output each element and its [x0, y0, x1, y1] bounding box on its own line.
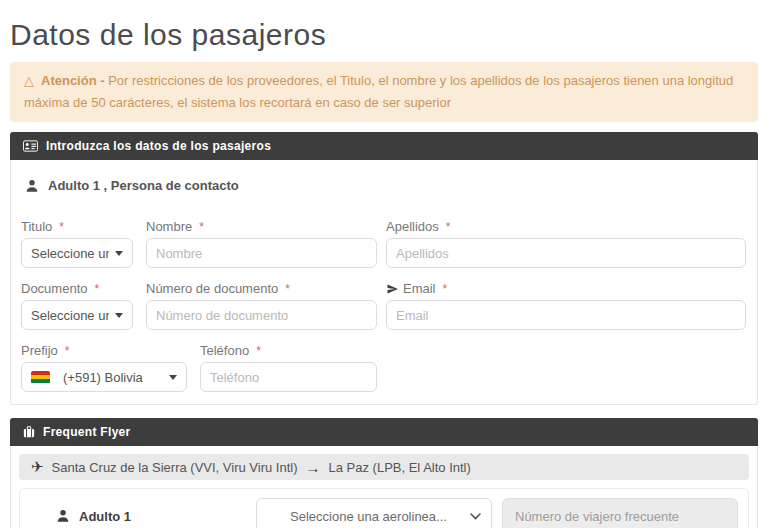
- route-destination: La Paz (LPB, El Alto Intl): [328, 460, 470, 475]
- chevron-down-icon: [470, 513, 481, 520]
- required-mark: *: [65, 344, 70, 358]
- email-input[interactable]: [386, 300, 746, 330]
- frequent-flyer-panel: Frequent Flyer ✈ Santa Cruz de la Sierra…: [10, 418, 758, 528]
- required-mark: *: [446, 220, 451, 234]
- passenger-panel-header: Introduzca los datos de los pasajeros: [10, 132, 758, 160]
- field-numero-documento: Número de documento *: [146, 281, 377, 330]
- person-icon: [25, 179, 39, 193]
- frequent-flyer-title: Frequent Flyer: [43, 425, 131, 439]
- required-mark: *: [59, 220, 64, 234]
- route-origin: Santa Cruz de la Sierra (VVI, Viru Viru …: [52, 460, 298, 475]
- alert-text: Por restricciones de los proveedores, el…: [24, 73, 733, 110]
- numero-documento-input[interactable]: [146, 300, 377, 330]
- attention-alert: △Atención - Por restricciones de los pro…: [10, 62, 758, 122]
- apellidos-label: Apellidos *: [386, 219, 746, 234]
- passenger-data-panel: Introduzca los datos de los pasajeros Ad…: [10, 132, 758, 405]
- ff-passenger-label: Adulto 1: [79, 509, 131, 524]
- required-mark: *: [443, 282, 448, 296]
- prefijo-label: Prefijo *: [21, 343, 187, 358]
- telefono-label: Teléfono *: [200, 343, 377, 358]
- caret-down-icon: [169, 375, 177, 380]
- passenger-data-page: Datos de los pasajeros △Atención - Por r…: [0, 0, 768, 528]
- field-email: Email *: [386, 281, 746, 330]
- paper-plane-icon: [386, 283, 399, 295]
- field-nombre: Nombre *: [146, 219, 377, 268]
- ff-passenger: Adulto 1: [56, 509, 131, 524]
- form-row-1: Titulo * Seleccione uno.. Nombre *: [21, 219, 747, 268]
- frequent-flyer-header: Frequent Flyer: [10, 418, 758, 446]
- required-mark: *: [199, 220, 204, 234]
- alert-title: Atención -: [41, 73, 105, 88]
- email-label: Email *: [386, 281, 746, 296]
- field-telefono: Teléfono *: [200, 343, 377, 392]
- field-titulo: Titulo * Seleccione uno..: [21, 219, 133, 268]
- page-title: Datos de los pasajeros: [10, 0, 758, 62]
- caret-down-icon: [115, 313, 123, 318]
- passenger-subheader: Adulto 1 , Persona de contacto: [25, 178, 747, 193]
- passenger-panel-title: Introduzca los datos de los pasajeros: [46, 139, 271, 153]
- form-row-3: Prefijo * (+591) Bolivia Teléfono *: [21, 343, 747, 392]
- person-icon: [56, 509, 70, 523]
- field-documento: Documento * Seleccione uno: [21, 281, 133, 330]
- passenger-subheader-label: Adulto 1 , Persona de contacto: [48, 178, 239, 193]
- ff-number-input[interactable]: [502, 498, 738, 528]
- nombre-input[interactable]: [146, 238, 377, 268]
- warning-triangle-icon: △: [24, 70, 34, 92]
- documento-label: Documento *: [21, 281, 133, 296]
- route-arrow-icon: →: [305, 459, 320, 476]
- airline-select[interactable]: Seleccione una aerolinea...: [256, 498, 492, 528]
- form-row-2: Documento * Seleccione uno Número de doc…: [21, 281, 747, 330]
- field-prefijo: Prefijo * (+591) Bolivia: [21, 343, 187, 392]
- numero-documento-label: Número de documento *: [146, 281, 377, 296]
- required-mark: *: [94, 282, 99, 296]
- documento-select[interactable]: Seleccione uno: [21, 300, 133, 330]
- bolivia-flag-icon: [31, 371, 50, 384]
- titulo-label: Titulo *: [21, 219, 133, 234]
- passenger-panel-body: Adulto 1 , Persona de contacto Titulo * …: [10, 160, 758, 405]
- caret-down-icon: [115, 251, 123, 256]
- prefijo-select[interactable]: (+591) Bolivia: [21, 362, 187, 392]
- flight-route-bar: ✈ Santa Cruz de la Sierra (VVI, Viru Vir…: [19, 454, 749, 480]
- field-apellidos: Apellidos *: [386, 219, 746, 268]
- required-mark: *: [285, 282, 290, 296]
- apellidos-input[interactable]: [386, 238, 746, 268]
- frequent-flyer-body: ✈ Santa Cruz de la Sierra (VVI, Viru Vir…: [10, 446, 758, 528]
- required-mark: *: [256, 344, 261, 358]
- nombre-label: Nombre *: [146, 219, 377, 234]
- frequent-flyer-row: Adulto 1 Seleccione una aerolinea...: [19, 488, 749, 528]
- suitcase-icon: [23, 426, 35, 438]
- id-card-icon: [23, 140, 38, 152]
- plane-icon: ✈: [31, 458, 44, 476]
- telefono-input[interactable]: [200, 362, 377, 392]
- titulo-select[interactable]: Seleccione uno..: [21, 238, 133, 268]
